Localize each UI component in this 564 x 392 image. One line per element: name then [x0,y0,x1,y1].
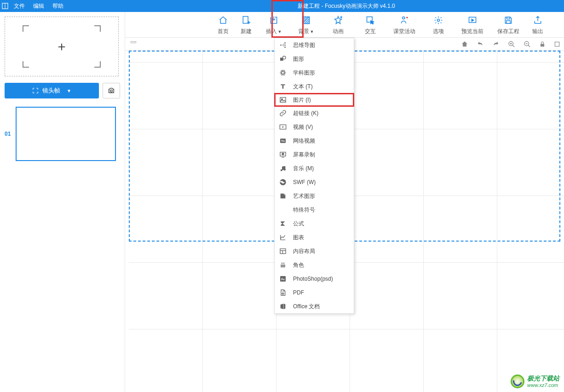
svg-point-54 [283,263,285,264]
toolbar-interact[interactable]: 交互 [354,12,386,38]
dropdown-link[interactable]: 超链接 (K) [275,106,354,120]
svg-point-30 [280,45,282,46]
menu-file[interactable]: 文件 [10,2,29,10]
new-icon [242,14,251,27]
shape-icon [278,54,288,63]
dropdown-video[interactable]: 视频 (V) [275,120,354,134]
psd-icon: Ps [278,274,288,283]
svg-rect-28 [541,44,544,46]
canvas-home-icon[interactable] [461,40,468,48]
svg-line-22 [512,45,514,47]
webvideo-icon: You [278,136,288,145]
swf-icon [278,178,288,187]
dropdown-webvideo[interactable]: You网络视频 [275,134,354,148]
add-frame-area[interactable]: ＋ [5,17,119,76]
preview-icon [467,14,478,27]
toolbar-classroom[interactable]: 课堂活动 [386,12,422,38]
lock-icon[interactable] [539,40,546,48]
dropdown-formula[interactable]: 公式 [275,217,354,231]
camera-button[interactable] [103,83,120,98]
dropdown-music[interactable]: 音乐 (M) [275,161,354,175]
ruler-icon[interactable] [129,40,138,49]
chevron-down-icon: ▼ [67,88,71,93]
redo-icon[interactable] [492,40,500,48]
svg-text:You: You [281,140,285,142]
toolbar-home[interactable]: 首页 [212,12,235,38]
toolbar-export[interactable]: 输出 [526,12,549,38]
dropdown-character[interactable]: 角色 [275,258,354,272]
subject-shape-icon [278,68,288,77]
link-icon [278,109,288,118]
artshape-icon [278,191,288,201]
watermark: 极光下载站 www.xz7.com [511,375,559,388]
dropdown-layout[interactable]: 内容布局 [275,244,354,258]
frame-icon [32,87,39,94]
svg-rect-39 [280,98,286,103]
text-icon [278,82,288,91]
music-icon [278,164,288,173]
toolbar-save[interactable]: 保存工程 [490,12,526,38]
menu-edit[interactable]: 编辑 [29,2,48,10]
office-icon [278,302,288,311]
toolbar-animation[interactable]: 动画 [322,12,354,38]
svg-line-26 [528,45,530,47]
menu-bar: 文件 编辑 帮助 [10,2,67,10]
dropdown-image[interactable]: 图片 (I) [274,93,354,107]
svg-text:Ps: Ps [281,278,285,281]
app-icon [0,0,10,12]
dropdown-symbol[interactable]: 特殊符号 [275,203,354,217]
slide-thumbnail[interactable] [16,107,116,161]
background-icon [301,14,311,27]
dropdown-text[interactable]: 文本 (T) [275,80,354,93]
formula-icon [278,219,288,228]
title-bar: 文件 编辑 帮助 新建工程 - Focusky动画演示大师 v4.1.0 [0,0,564,12]
dropdown-artshape[interactable]: 艺术图形 [275,189,354,203]
dropdown-office[interactable]: Office 文档 [275,300,354,313]
dropdown-psd[interactable]: PsPhotoShop(psd) [275,272,354,286]
svg-point-15 [110,90,113,92]
insert-dropdown: 思维导图 图形 学科图形 文本 (T) 图片 (I) 超链接 (K) 视频 (V… [274,38,354,314]
zoom-in-icon[interactable] [508,40,515,48]
options-icon [433,14,443,27]
dropdown-subject-shape[interactable]: 学科图形 [275,66,354,80]
toolbar-options[interactable]: 选项 [422,12,455,38]
svg-rect-29 [555,42,559,46]
dropdown-chart[interactable]: 图表 [275,231,354,244]
watermark-logo-icon [511,375,524,388]
dropdown-shape[interactable]: 图形 [275,52,354,66]
save-icon [503,14,513,27]
undo-icon[interactable] [477,40,484,48]
svg-point-33 [284,46,286,48]
video-icon [278,122,288,132]
toolbar-background[interactable]: 背景▼ [290,12,322,38]
toolbar-preview[interactable]: 预览当前 [455,12,490,38]
svg-rect-16 [131,41,136,43]
animation-icon [333,14,343,27]
frame-button[interactable]: 镜头帧 ▼ [5,83,99,98]
toolbar-new[interactable]: 新建 [235,12,258,38]
chart-icon [278,233,288,242]
dropdown-pdf[interactable]: PDF [275,286,354,300]
svg-point-32 [284,45,286,46]
svg-rect-14 [506,21,510,23]
overflow-icon[interactable] [554,40,560,48]
export-icon [533,14,543,27]
insert-icon [269,14,279,27]
dropdown-screenrec[interactable]: 屏幕录制 [275,148,354,161]
character-icon [278,260,288,270]
zoom-out-icon[interactable] [524,40,531,48]
menu-help[interactable]: 帮助 [49,2,67,10]
image-icon [278,95,288,104]
svg-point-45 [282,153,284,155]
symbol-icon [278,205,288,214]
dropdown-swf[interactable]: SWF (W) [275,175,354,189]
slide-row: 01 [5,107,120,161]
dropdown-mindmap[interactable]: 思维导图 [275,38,354,52]
mindmap-icon [278,40,288,50]
toolbar-insert[interactable]: 插入▼ [258,12,290,38]
watermark-url: www.xz7.com [527,382,559,388]
pdf-icon [278,288,288,297]
svg-point-48 [284,169,286,171]
svg-point-47 [281,169,282,171]
layout-icon [278,247,288,256]
